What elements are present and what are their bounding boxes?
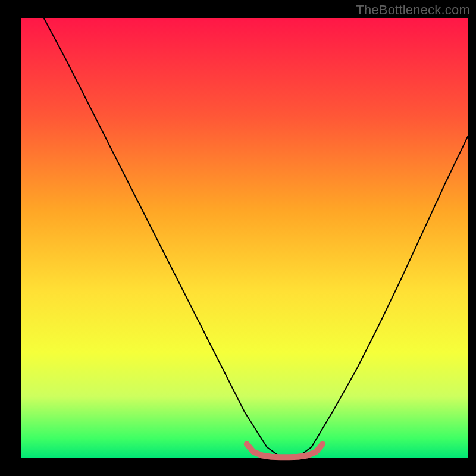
- chart-background: [21, 18, 468, 458]
- bottleneck-chart: [0, 0, 476, 476]
- chart-frame: TheBottleneck.com: [0, 0, 476, 476]
- watermark-text: TheBottleneck.com: [356, 2, 470, 18]
